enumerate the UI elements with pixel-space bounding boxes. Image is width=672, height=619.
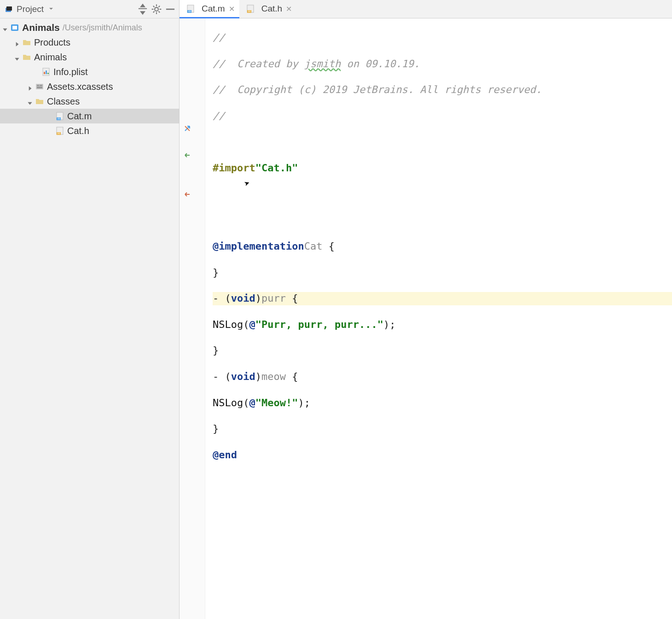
editor-gutter[interactable] — [180, 18, 205, 619]
code-editor[interactable]: // // Created by jsmith on 09.10.19. // … — [210, 18, 672, 619]
tree-item-animals[interactable]: Animals — [0, 50, 179, 64]
tree-item-cat-m[interactable]: m Cat.m — [0, 109, 179, 123]
keyword: @end — [213, 449, 237, 461]
tree-item-cat-h[interactable]: H Cat.h — [0, 123, 179, 138]
editor-area: m Cat.m ✕ H Cat.h ✕ // // Created — [180, 0, 672, 619]
svg-rect-1 — [6, 6, 12, 11]
tab-label: Cat.h — [261, 4, 282, 14]
svg-rect-9 — [47, 73, 49, 74]
chevron-right-icon[interactable] — [14, 39, 20, 46]
chevron-down-icon[interactable] — [2, 24, 8, 31]
import-directive: #import — [213, 162, 255, 175]
svg-text:m: m — [58, 117, 60, 120]
class-name: Cat — [304, 240, 323, 253]
svg-text:m: m — [188, 10, 191, 13]
chevron-down-icon[interactable] — [27, 98, 33, 105]
method-name: meow — [261, 370, 286, 383]
implement-override-icon[interactable] — [183, 124, 191, 133]
func-call: NSLog — [213, 318, 243, 331]
close-icon[interactable]: ✕ — [229, 5, 235, 13]
svg-rect-5 — [12, 26, 17, 29]
label: Products — [34, 37, 70, 48]
chevron-right-icon[interactable] — [27, 83, 33, 90]
svg-rect-7 — [44, 72, 45, 74]
tree-item-products[interactable]: Products — [0, 35, 179, 50]
folder-icon — [22, 38, 31, 47]
gear-icon[interactable] — [151, 3, 162, 15]
root-name: Animals — [22, 22, 60, 33]
override-left-icon[interactable] — [183, 190, 191, 199]
svg-rect-11 — [37, 85, 39, 86]
tree-root[interactable]: Animals /Users/jsmith/Animals — [0, 20, 179, 35]
comment: // — [213, 110, 225, 123]
svg-rect-3 — [166, 8, 174, 10]
comment: // — [213, 31, 225, 44]
editor-body: // // Created by jsmith on 09.10.19. // … — [180, 18, 672, 619]
m-file-icon: m — [55, 111, 64, 121]
folder-icon — [22, 53, 31, 62]
tree-item-assets[interactable]: Assets.xcassets — [0, 79, 179, 94]
comment: on 09.10.19. — [341, 58, 420, 70]
h-file-icon: H — [246, 4, 255, 13]
h-file-icon: H — [55, 126, 64, 135]
svg-rect-13 — [37, 87, 42, 88]
method-name: purr — [261, 292, 286, 305]
label: Cat.m — [67, 111, 92, 122]
type: void — [231, 292, 255, 305]
label: Info.plist — [53, 67, 87, 77]
editor-tabs: m Cat.m ✕ H Cat.h ✕ — [180, 0, 672, 18]
close-icon[interactable]: ✕ — [286, 5, 292, 13]
comment-author: jsmith — [304, 58, 341, 70]
plist-icon — [41, 67, 51, 76]
folder-icon — [35, 97, 44, 106]
tab-label: Cat.m — [202, 4, 225, 14]
project-label[interactable]: Project — [17, 4, 44, 14]
tab-cat-h[interactable]: H Cat.h ✕ — [239, 0, 296, 18]
label: Classes — [47, 96, 80, 107]
override-left-icon[interactable] — [183, 151, 191, 159]
tab-cat-m[interactable]: m Cat.m ✕ — [180, 0, 239, 18]
brace: } — [213, 344, 219, 357]
brace: } — [213, 266, 219, 279]
type: void — [231, 370, 255, 383]
minimize-icon[interactable] — [164, 3, 176, 15]
svg-point-2 — [155, 7, 158, 11]
sidebar-topbar: Project — [0, 0, 179, 18]
func-call: NSLog — [213, 397, 243, 409]
comment: // Copyright (c) 2019 JetBrains. All rig… — [213, 83, 542, 96]
label: Assets.xcassets — [47, 82, 113, 92]
svg-text:H: H — [58, 132, 60, 135]
comment: // Created by — [213, 58, 304, 70]
svg-text:H: H — [248, 10, 250, 13]
project-tree: Animals /Users/jsmith/Animals Products A… — [0, 18, 179, 619]
label: Cat.h — [67, 126, 89, 136]
string-literal: "Meow!" — [255, 397, 298, 409]
xcode-project-icon — [10, 23, 19, 32]
project-icon — [5, 5, 13, 13]
m-file-icon: m — [186, 4, 195, 13]
chevron-down-icon[interactable] — [48, 4, 54, 14]
fold-column[interactable] — [205, 18, 210, 619]
import-file: "Cat.h" — [255, 162, 298, 175]
root-path: /Users/jsmith/Animals — [63, 23, 142, 33]
string-literal: "Purr, purr, purr..." — [255, 318, 383, 331]
brace: } — [213, 422, 219, 435]
xcassets-icon — [35, 82, 44, 91]
brace: { — [322, 240, 335, 253]
label: Animals — [34, 52, 67, 63]
svg-rect-8 — [46, 70, 47, 74]
project-sidebar: Project Animals /Users/jsmith/Animals — [0, 0, 180, 619]
chevron-down-icon[interactable] — [14, 54, 20, 60]
collapse-icon[interactable] — [137, 3, 149, 15]
keyword: @implementation — [213, 240, 304, 253]
svg-rect-12 — [40, 85, 42, 86]
tree-item-info-plist[interactable]: Info.plist — [0, 64, 179, 79]
tree-item-classes[interactable]: Classes — [0, 94, 179, 109]
